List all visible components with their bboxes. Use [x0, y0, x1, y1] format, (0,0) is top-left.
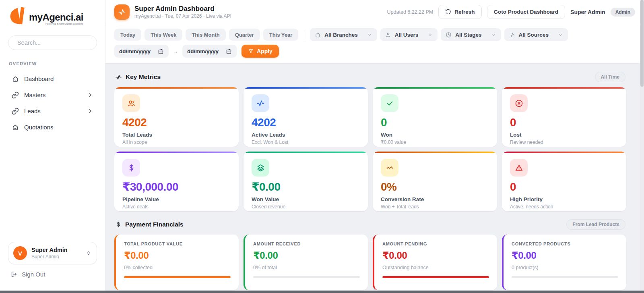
key-metrics-grid: 4202 Total Leads All in scope 4202 Activ…: [114, 87, 626, 147]
metric-value: 0: [510, 181, 618, 193]
metric-icon-chip: [510, 94, 528, 112]
dashboard-content[interactable]: Key Metrics All Time 4202 Total Leads Al…: [105, 64, 644, 293]
metric-label: Won Value: [252, 196, 360, 202]
key-metrics-header: Key Metrics All Time: [115, 72, 625, 82]
filter-this-month-button[interactable]: This Month: [186, 29, 225, 41]
sidebar-item-label: Masters: [24, 91, 45, 98]
avatar: V: [13, 246, 27, 260]
date-range-arrow: →: [172, 48, 179, 54]
payment-value: ₹0.00: [253, 250, 360, 261]
section-title: Key Metrics: [126, 73, 161, 81]
home-icon: [12, 124, 19, 131]
metric-card-won-value: ₹0.00 Won Value Closed revenue: [244, 152, 368, 211]
metric-value: ₹0.00: [252, 181, 360, 193]
filter-today-button[interactable]: Today: [114, 29, 141, 41]
metric-sublabel: Review needed: [510, 139, 618, 145]
chevron-down-icon: [558, 32, 563, 37]
payment-label: TOTAL PRODUCT VALUE: [124, 241, 231, 246]
metric-value: 0: [510, 117, 618, 128]
stages-dropdown[interactable]: All Stages: [441, 28, 501, 41]
app-window: myAgenci.ai Powering Smart Digital Solut…: [0, 0, 644, 293]
check-icon: [386, 99, 394, 108]
scrollbar-thumb[interactable]: [640, 0, 644, 87]
sidebar-item-dashboard[interactable]: Dashboard: [8, 72, 97, 86]
section-title: Payment Financials: [125, 221, 184, 228]
clock-icon: [446, 32, 452, 38]
sidebar-item-quotations[interactable]: Quotations: [8, 120, 97, 134]
activity-icon: [256, 99, 265, 108]
metric-value: ₹30,000.00: [122, 181, 231, 193]
refresh-icon: [445, 9, 451, 15]
metric-label: Lost: [510, 132, 618, 138]
goto-product-dashboard-button[interactable]: Goto Product Dashboard: [487, 5, 566, 19]
metric-icon-chip: [381, 94, 398, 112]
metric-sublabel: Won ÷ Total leads: [381, 204, 489, 210]
progress-track: [253, 276, 360, 278]
date-from-input[interactable]: [119, 48, 155, 54]
progress-fill: [382, 276, 489, 278]
users-icon: [127, 99, 136, 108]
payment-sublabel: 0 product(s): [512, 265, 618, 270]
apply-filters-button[interactable]: Apply: [242, 45, 279, 58]
metric-label: Pipeline Value: [122, 196, 231, 202]
page-scrollbar[interactable]: [640, 0, 644, 291]
metric-icon-chip: [122, 94, 140, 112]
date-to-field[interactable]: [182, 45, 237, 58]
users-dropdown[interactable]: All Users: [380, 28, 438, 41]
payment-card-converted-products: CONVERTED PRODUCTS ₹0.00 0 product(s): [502, 235, 626, 290]
date-to-input[interactable]: [187, 48, 223, 54]
top-bar: Super Admin Dashboard myAgenci.ai · Tue,…: [105, 0, 644, 24]
metric-sublabel: Excl. Won & Lost: [252, 139, 360, 145]
sidebar-item-label: Quotations: [24, 124, 54, 131]
metric-value: 0: [381, 117, 489, 128]
branches-dropdown[interactable]: All Branches: [310, 28, 377, 41]
payment-sublabel: Outstanding balance: [382, 265, 489, 270]
chevron-down-icon: [491, 32, 496, 37]
sign-out-icon: [10, 271, 17, 278]
metric-icon-chip: [510, 159, 528, 177]
sources-dropdown[interactable]: All Sources: [504, 28, 568, 41]
metric-card-total-leads: 4202 Total Leads All in scope: [114, 87, 239, 147]
metric-label: High Priority: [510, 196, 618, 202]
sign-out-button[interactable]: Sign Out: [8, 271, 97, 278]
metric-label: Conversion Rate: [381, 196, 489, 202]
page-title: Super Admin Dashboard: [134, 5, 231, 13]
activity-icon: [115, 74, 122, 81]
trending-icon: [386, 164, 394, 172]
search-input[interactable]: [17, 39, 93, 46]
metric-icon-chip: [252, 159, 269, 177]
filter-bar: Today This Week This Month Quarter This …: [105, 24, 644, 64]
metric-icon-chip: [122, 159, 140, 177]
metric-value: 0%: [381, 181, 489, 193]
filter-quarter-button[interactable]: Quarter: [229, 29, 260, 41]
payment-value: ₹0.00: [382, 250, 489, 261]
chevron-right-icon: [87, 92, 93, 98]
payment-financials-header: Payment Financials From Lead Products: [115, 219, 625, 230]
user-name: Super Admin: [31, 246, 68, 254]
date-from-field[interactable]: [114, 45, 169, 58]
progress-track: [382, 276, 489, 278]
activity-icon: [118, 8, 126, 16]
all-time-badge: All Time: [595, 72, 625, 82]
sidebar-user-card[interactable]: V Super Admin Super Admin: [8, 242, 97, 264]
link-icon: [12, 108, 19, 115]
metric-card-active-leads: 4202 Active Leads Excl. Won & Lost: [244, 87, 368, 147]
home-icon: [12, 75, 19, 83]
sign-out-label: Sign Out: [22, 271, 45, 278]
chevron-down-icon: [427, 32, 433, 37]
dollar-icon: [115, 221, 122, 228]
filter-this-year-button[interactable]: This Year: [263, 29, 299, 41]
progress-track: [512, 276, 618, 278]
sidebar-item-leads[interactable]: Leads: [8, 104, 97, 118]
metric-icon-chip: [381, 159, 398, 177]
refresh-button[interactable]: Refresh: [438, 5, 481, 19]
metric-label: Active Leads: [252, 132, 360, 138]
page-subtitle: myAgenci.ai · Tue, 07 Apr 2026 · Live vi…: [134, 13, 231, 19]
sidebar-nav: Dashboard Masters Leads Quotations: [8, 72, 97, 134]
metric-card-conversion-rate: 0% Conversion Rate Won ÷ Total leads: [373, 152, 497, 211]
sidebar: myAgenci.ai Powering Smart Digital Solut…: [0, 0, 105, 293]
header-user-name: Super Admin: [570, 9, 605, 15]
sidebar-item-masters[interactable]: Masters: [8, 88, 97, 102]
filter-this-week-button[interactable]: This Week: [144, 29, 182, 41]
sidebar-search[interactable]: [8, 35, 97, 50]
